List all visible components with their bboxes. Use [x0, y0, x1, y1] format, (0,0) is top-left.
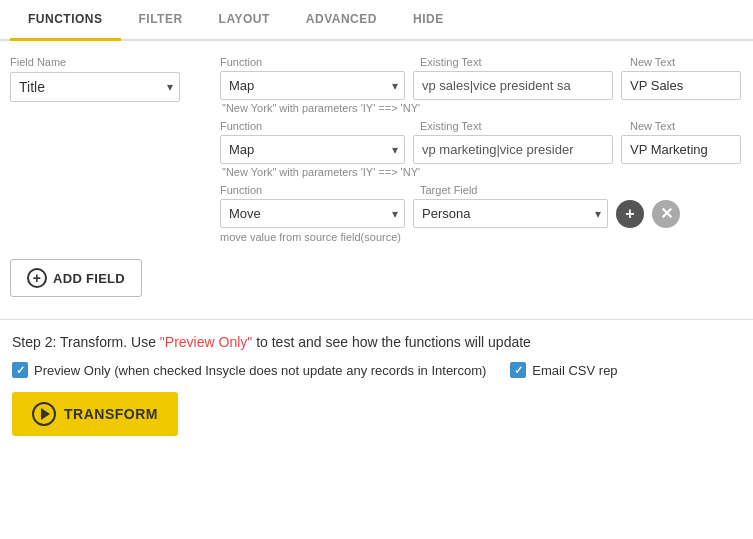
- preview-only-label: Preview Only (when checked Insycle does …: [34, 363, 486, 378]
- step2-text-after: to test and see how the functions will u…: [252, 334, 531, 350]
- step2-text: Step 2: Transform. Use "Preview Only" to…: [12, 334, 741, 350]
- add-field-label: ADD FIELD: [53, 271, 125, 286]
- row2-existing-label: Existing Text: [420, 120, 620, 132]
- remove-row-button[interactable]: ✕: [652, 200, 680, 228]
- row1-new-input[interactable]: [621, 71, 741, 100]
- row2-existing-input[interactable]: [413, 135, 613, 164]
- play-circle-icon: [32, 402, 56, 426]
- plus-circle-icon: +: [27, 268, 47, 288]
- field-name-col: Field Name Title: [10, 56, 220, 102]
- email-csv-checkbox[interactable]: [510, 362, 526, 378]
- step2-quoted: "Preview Only": [160, 334, 252, 350]
- row1-inputs: Map: [220, 71, 743, 100]
- row1-labels: Function Existing Text New Text: [220, 56, 743, 68]
- row1-func-select[interactable]: Map: [220, 71, 405, 100]
- field-name-select-wrapper[interactable]: Title: [10, 72, 180, 102]
- row2-func-label: Function: [220, 120, 410, 132]
- move-hint: move value from source field(source): [220, 231, 743, 243]
- move-target-select-wrapper[interactable]: Persona: [413, 199, 608, 228]
- checkbox-email-csv[interactable]: Email CSV rep: [510, 362, 617, 378]
- field-name-label: Field Name: [10, 56, 220, 68]
- row2-new-label: New Text: [630, 120, 730, 132]
- tabs-bar: FUNCTIONS FILTER LAYOUT ADVANCED HIDE: [0, 0, 753, 41]
- tab-layout[interactable]: LAYOUT: [201, 0, 288, 41]
- row1-func-select-wrapper[interactable]: Map: [220, 71, 405, 100]
- row1-func-label: Function: [220, 56, 410, 68]
- row1-new-label: New Text: [630, 56, 730, 68]
- row2-func-select[interactable]: Map: [220, 135, 405, 164]
- add-row-button[interactable]: +: [616, 200, 644, 228]
- tab-filter[interactable]: FILTER: [121, 0, 201, 41]
- step2-text-before: Step 2: Transform. Use: [12, 334, 160, 350]
- field-section: Field Name Title Function Existing Text …: [10, 56, 743, 243]
- row1-existing-input[interactable]: [413, 71, 613, 100]
- row1-hint: "New York" with parameters 'IY' ==> 'NY': [222, 102, 743, 114]
- move-func-label: Function: [220, 184, 410, 196]
- row2-hint: "New York" with parameters 'IY' ==> 'NY': [222, 166, 743, 178]
- row2-func-select-wrapper[interactable]: Map: [220, 135, 405, 164]
- move-row-inputs: Move Persona + ✕: [220, 199, 743, 228]
- move-target-label: Target Field: [420, 184, 620, 196]
- play-triangle-icon: [41, 408, 50, 420]
- email-csv-label: Email CSV rep: [532, 363, 617, 378]
- functions-col: Function Existing Text New Text Map "New…: [220, 56, 743, 243]
- checkbox-row: Preview Only (when checked Insycle does …: [12, 362, 741, 378]
- move-func-select-wrapper[interactable]: Move: [220, 199, 405, 228]
- tab-functions[interactable]: FUNCTIONS: [10, 0, 121, 41]
- checkbox-preview-only[interactable]: Preview Only (when checked Insycle does …: [12, 362, 486, 378]
- transform-button[interactable]: TRANSFORM: [12, 392, 178, 436]
- transform-label: TRANSFORM: [64, 406, 158, 422]
- row1-existing-label: Existing Text: [420, 56, 620, 68]
- field-name-value: Title: [10, 72, 180, 102]
- tab-advanced[interactable]: ADVANCED: [288, 0, 395, 41]
- move-labels: Function Target Field: [220, 184, 743, 196]
- row2-inputs: Map: [220, 135, 743, 164]
- row2-labels: Function Existing Text New Text: [220, 120, 743, 132]
- step2-section: Step 2: Transform. Use "Preview Only" to…: [0, 320, 753, 436]
- add-field-button[interactable]: + ADD FIELD: [10, 259, 142, 297]
- tab-hide[interactable]: HIDE: [395, 0, 462, 41]
- row2-new-input[interactable]: [621, 135, 741, 164]
- main-content: Field Name Title Function Existing Text …: [0, 41, 753, 307]
- preview-only-checkbox[interactable]: [12, 362, 28, 378]
- move-func-select[interactable]: Move: [220, 199, 405, 228]
- move-target-select[interactable]: Persona: [413, 199, 608, 228]
